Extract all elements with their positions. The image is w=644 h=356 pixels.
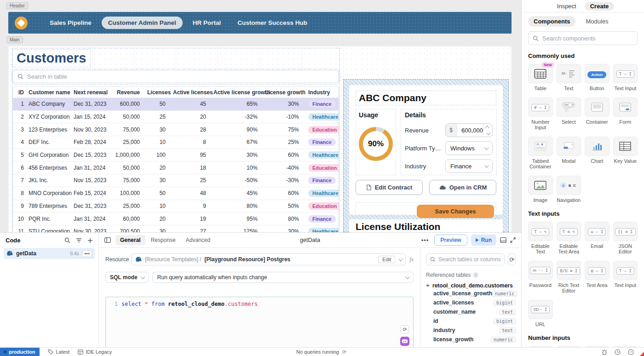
- save-changes-button[interactable]: Save Changes: [417, 205, 494, 218]
- edit-contract-button[interactable]: Edit Contract: [356, 180, 423, 195]
- table-row[interactable]: 5 GHI Corporation Dec 15, 2023 1,000,000…: [13, 149, 339, 161]
- schema-table-node[interactable]: retool_cloud_demo.customers: [426, 282, 516, 289]
- component-card[interactable]: Chart: [585, 137, 610, 169]
- component-card[interactable]: Select: [557, 98, 581, 130]
- component-card[interactable]: ✉ — I Email: [585, 222, 610, 254]
- component-card[interactable]: Key Value: [613, 137, 638, 169]
- tab-components[interactable]: Components: [528, 16, 575, 27]
- info-icon[interactable]: i: [473, 272, 478, 278]
- panel-bottom-icon[interactable]: [500, 237, 506, 243]
- table-row[interactable]: 6 456 Enterprises Jan 31, 2024 50,000 20…: [13, 161, 339, 174]
- sql-code-line[interactable]: select * from retool_cloud_demo.customer…: [121, 297, 258, 350]
- schema-search-input[interactable]: Search tables or columns: [426, 253, 505, 265]
- table-row[interactable]: 4 DEF Inc. Feb 28, 2024 25,000 10 8 67% …: [13, 136, 339, 149]
- component-card[interactable]: # — I Number Input: [528, 98, 553, 130]
- schema-column-row[interactable]: id bigint: [426, 316, 516, 326]
- industry-select[interactable]: Finance: [445, 159, 493, 173]
- component-card[interactable]: B/U ≡ I Rich Text Editor: [557, 261, 581, 293]
- nav-tab-customer-admin-panel[interactable]: Customer Admin Panel: [102, 17, 183, 29]
- editor-format-icon[interactable]: ⟳: [401, 325, 409, 333]
- component-card[interactable]: Image: [528, 176, 553, 203]
- tab-inspect[interactable]: Inspect: [552, 2, 582, 11]
- environment-badge[interactable]: production: [0, 348, 40, 356]
- tab-general[interactable]: General: [115, 235, 145, 245]
- table-row[interactable]: 7 JKL Inc. Nov 15, 2023 75,000 30 25 -50…: [13, 174, 339, 187]
- query-more-button[interactable]: •••: [82, 250, 92, 257]
- component-card[interactable]: Form: [613, 98, 638, 130]
- ai-assistant-icon[interactable]: [400, 337, 409, 346]
- schema-column-row[interactable]: license_growth numeric: [426, 335, 516, 344]
- customers-table-widget[interactable]: Customers Search in table ID Customer na…: [12, 48, 339, 232]
- col-header-active-license-growth[interactable]: Active license growth: [213, 89, 265, 96]
- schema-column-row[interactable]: industry text: [426, 326, 516, 335]
- run-behavior-select[interactable]: Run query automatically when inputs chan…: [152, 272, 414, 283]
- component-card[interactable]: — I URL: [528, 300, 553, 327]
- table-row[interactable]: 8 MNO Corporation Feb 15, 2024 100,000 5…: [13, 187, 339, 200]
- table-search-input[interactable]: Search in table: [12, 70, 339, 83]
- col-header-next-renewal[interactable]: Next renewal: [72, 89, 114, 96]
- queries-refresh-icon[interactable]: ⟳: [342, 349, 346, 355]
- revenue-value[interactable]: 600,000: [457, 124, 483, 137]
- preview-button[interactable]: Preview: [434, 235, 467, 246]
- revenue-number-input[interactable]: $ 600,000: [445, 123, 493, 137]
- schema-refresh-button[interactable]: ⟳: [508, 253, 516, 265]
- component-card[interactable]: T ≡ ✎ Editable Text Area: [557, 222, 581, 254]
- component-card[interactable]: T — I Text Input: [613, 64, 638, 91]
- component-card[interactable]: M↓ Text: [557, 64, 581, 91]
- table-row[interactable]: 9 789 Enterprises Dec 31, 2023 25,000 10…: [13, 200, 339, 212]
- tab-create[interactable]: Create: [585, 2, 614, 11]
- expand-icon[interactable]: [510, 237, 516, 243]
- col-header-revenue[interactable]: Revenue: [114, 89, 147, 96]
- schema-column-row[interactable]: customer_name text: [426, 307, 516, 316]
- sql-mode-select[interactable]: SQL mode: [105, 272, 149, 283]
- component-card[interactable]: New Table: [528, 64, 553, 91]
- revenue-stepper[interactable]: [483, 124, 492, 137]
- tab-modules[interactable]: Modules: [580, 16, 614, 27]
- component-card[interactable]: Action Button: [585, 64, 610, 91]
- editor-more-button[interactable]: •••: [420, 236, 431, 245]
- component-card[interactable]: ABC Navigation: [557, 176, 581, 203]
- sql-editor[interactable]: 1 select * from retool_cloud_demo.custom…: [105, 297, 414, 350]
- resource-edit-button[interactable]: Edit: [378, 256, 395, 263]
- run-button[interactable]: Run: [471, 235, 496, 246]
- table-header-row[interactable]: ID Customer name Next renewal Revenue Li…: [13, 87, 339, 98]
- component-card[interactable]: {} ≡ I JSON Editor: [613, 222, 638, 254]
- table-row[interactable]: 3 123 Enterprises Nov 30, 2023 75,000 30…: [13, 123, 339, 136]
- col-header-licenses[interactable]: Licenses: [147, 89, 173, 96]
- col-header-id[interactable]: ID: [13, 89, 27, 96]
- schema-column-row[interactable]: active_licenses bigint: [426, 298, 516, 307]
- component-card[interactable]: T — ✎ Editable Text: [528, 222, 553, 254]
- nav-tab-hr-portal[interactable]: HR Portal: [186, 17, 228, 29]
- resource-select[interactable]: [Resource Templates] / [Playground Resou…: [131, 253, 406, 265]
- panel-toggle-icon[interactable]: [104, 237, 111, 243]
- tab-advanced[interactable]: Advanced: [181, 235, 215, 245]
- query-list-item-getdata[interactable]: getData 0.4s •••: [4, 248, 95, 259]
- col-header-customer-name[interactable]: Customer name: [27, 89, 72, 96]
- component-card[interactable]: ≣ — I Text Area: [585, 261, 610, 293]
- fx-toggle[interactable]: fx: [409, 256, 414, 263]
- table-row[interactable]: 2 XYZ Corporation Jan 15, 2024 50,000 25…: [13, 110, 339, 123]
- open-in-crm-button[interactable]: Open in CRM: [429, 180, 496, 195]
- history-icon[interactable]: [615, 349, 621, 355]
- debug-icon[interactable]: [602, 349, 607, 355]
- component-search-input[interactable]: Search components: [528, 31, 638, 45]
- ide-legacy-toggle[interactable]: IDE Legacy: [78, 349, 112, 355]
- col-header-industry[interactable]: Industry: [306, 89, 339, 96]
- schema-column-row[interactable]: active_license_growth numeric: [426, 289, 516, 298]
- table-row[interactable]: 1 ABC Company Dec 31, 2023 600,000 50 45…: [13, 98, 339, 110]
- component-card[interactable]: ·· I Password: [528, 261, 553, 293]
- component-card[interactable]: × Modal: [557, 137, 581, 169]
- col-header-active-licenses[interactable]: Active licenses: [173, 89, 213, 96]
- col-header-license-growth[interactable]: License growth: [265, 89, 306, 96]
- nav-tab-sales-pipeline[interactable]: Sales Pipeline: [43, 17, 98, 29]
- help-icon[interactable]: ?: [628, 349, 634, 355]
- version-selector[interactable]: Latest: [48, 349, 69, 355]
- component-card[interactable]: Container: [585, 98, 610, 130]
- table-row[interactable]: 10 PQR Inc. Jan 31, 2024 60,000 20 19 95…: [13, 212, 339, 225]
- detail-container-selection[interactable]: ABC Company Usage 90% Details Revenue: [343, 79, 509, 232]
- component-card[interactable]: T — I Text Input: [613, 261, 638, 293]
- code-add-icon[interactable]: [87, 238, 93, 243]
- tab-response[interactable]: Response: [146, 235, 180, 245]
- component-card[interactable]: AB Tabbed Container: [528, 137, 553, 169]
- platform-select[interactable]: Windows: [445, 141, 493, 155]
